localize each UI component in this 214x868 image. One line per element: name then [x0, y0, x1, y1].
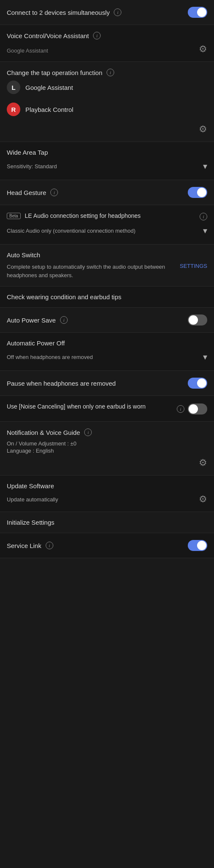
update-software-label: Update Software	[7, 482, 54, 490]
wide-area-tap-sensitivity: Sensitivity: Standard	[7, 163, 57, 170]
notification-voice-line1: On / Volume Adjustment : ±0	[7, 440, 207, 447]
tap-operation-section: Change the tap operation function i L Go…	[0, 62, 214, 142]
auto-power-save-section: Auto Power Save i	[0, 308, 214, 333]
connect-devices-label: Connect to 2 devices simultaneously	[7, 9, 110, 16]
noise-canceling-info-icon[interactable]: i	[177, 405, 184, 413]
notification-voice-label: Notification & Voice Guide	[7, 429, 80, 436]
pause-removed-section: Pause when headphones are removed	[0, 371, 214, 396]
connect-devices-toggle[interactable]	[188, 7, 207, 18]
wide-area-tap-dropdown[interactable]: Sensitivity: Standard ▾	[7, 156, 207, 173]
tap-left-label: Google Assistant	[25, 84, 73, 91]
le-audio-chevron[interactable]: ▾	[203, 225, 207, 236]
update-software-section: Update Software Update automatically ⚙	[0, 476, 214, 512]
connect-devices-info-icon[interactable]: i	[114, 8, 121, 16]
tap-left-circle: L	[7, 81, 20, 94]
noise-canceling-toggle[interactable]	[188, 403, 207, 415]
auto-power-off-label: Automatic Power Off	[7, 339, 65, 347]
noise-canceling-one-earbud-section: Use [Noise Canceling] when only one earb…	[0, 396, 214, 422]
initialize-settings-section[interactable]: Initialize Settings	[0, 512, 214, 533]
service-link-toggle[interactable]	[188, 540, 207, 551]
auto-switch-section: Auto Switch Complete setup to automatica…	[0, 245, 214, 287]
le-audio-dropdown-value: Classic Audio only (conventional connect…	[7, 228, 135, 234]
service-link-label: Service Link	[7, 542, 41, 549]
auto-power-off-chevron[interactable]: ▾	[203, 352, 207, 362]
tap-item-left: L Google Assistant	[7, 76, 207, 98]
auto-switch-label: Auto Switch	[7, 251, 40, 259]
check-wearing-label: Check wearing condition and earbud tips	[7, 293, 121, 300]
head-gesture-section: Head Gesture i	[0, 180, 214, 205]
voice-control-gear-icon[interactable]: ⚙	[199, 44, 207, 55]
auto-switch-settings-link[interactable]: SETTINGS	[180, 263, 207, 269]
le-audio-info-icon[interactable]: i	[200, 213, 207, 220]
tap-operation-info-icon[interactable]: i	[107, 69, 114, 76]
initialize-settings-label: Initialize Settings	[7, 519, 55, 526]
wide-area-tap-chevron[interactable]: ▾	[203, 161, 207, 171]
voice-control-sublabel: Google Assistant	[7, 47, 48, 54]
pause-removed-label: Pause when headphones are removed	[7, 380, 184, 387]
connect-devices-section: Connect to 2 devices simultaneously i	[0, 0, 214, 25]
auto-power-save-info-icon[interactable]: i	[60, 316, 68, 324]
notification-voice-line2: Language : English	[7, 448, 207, 454]
noise-canceling-label: Use [Noise Canceling] when only one earb…	[7, 403, 173, 411]
notification-voice-gear-icon[interactable]: ⚙	[199, 457, 207, 468]
update-software-sublabel: Update automatically	[7, 496, 58, 503]
auto-switch-description: Complete setup to automatically switch t…	[7, 263, 180, 279]
auto-power-off-value: Off when headphones are removed	[7, 354, 93, 360]
notification-voice-section: Notification & Voice Guide i On / Volume…	[0, 422, 214, 476]
voice-control-info-icon[interactable]: i	[93, 32, 101, 39]
le-audio-section: Beta LE Audio connection setting for hea…	[0, 205, 214, 245]
update-software-gear-icon[interactable]: ⚙	[199, 494, 207, 505]
tap-right-circle: R	[7, 103, 20, 116]
service-link-info-icon[interactable]: i	[46, 542, 53, 549]
auto-power-off-section: Automatic Power Off Off when headphones …	[0, 333, 214, 371]
le-audio-beta-badge: Beta	[7, 213, 21, 219]
auto-power-off-dropdown[interactable]: Off when headphones are removed ▾	[7, 347, 207, 364]
wide-area-tap-label: Wide Area Tap	[7, 149, 48, 156]
tap-right-label: Playback Control	[25, 106, 73, 113]
wide-area-tap-section: Wide Area Tap Sensitivity: Standard ▾	[0, 142, 214, 180]
auto-power-save-label: Auto Power Save	[7, 317, 56, 324]
head-gesture-info-icon[interactable]: i	[50, 189, 58, 196]
voice-control-section: Voice Control/Voice Assistant i Google A…	[0, 25, 214, 62]
tap-operation-gear-icon[interactable]: ⚙	[199, 124, 207, 135]
head-gesture-label: Head Gesture	[7, 189, 46, 196]
voice-control-label: Voice Control/Voice Assistant	[7, 32, 89, 39]
head-gesture-toggle[interactable]	[188, 187, 207, 198]
tap-operation-label: Change the tap operation function	[7, 69, 102, 76]
le-audio-dropdown[interactable]: Classic Audio only (conventional connect…	[7, 220, 207, 237]
notification-voice-info-icon[interactable]: i	[84, 428, 92, 436]
pause-removed-toggle[interactable]	[188, 378, 207, 389]
service-link-section: Service Link i	[0, 533, 214, 558]
tap-item-right: R Playback Control	[7, 98, 207, 120]
le-audio-label: LE Audio connection setting for headphon…	[25, 212, 141, 220]
check-wearing-section[interactable]: Check wearing condition and earbud tips	[0, 287, 214, 308]
auto-power-save-toggle[interactable]	[188, 314, 207, 326]
